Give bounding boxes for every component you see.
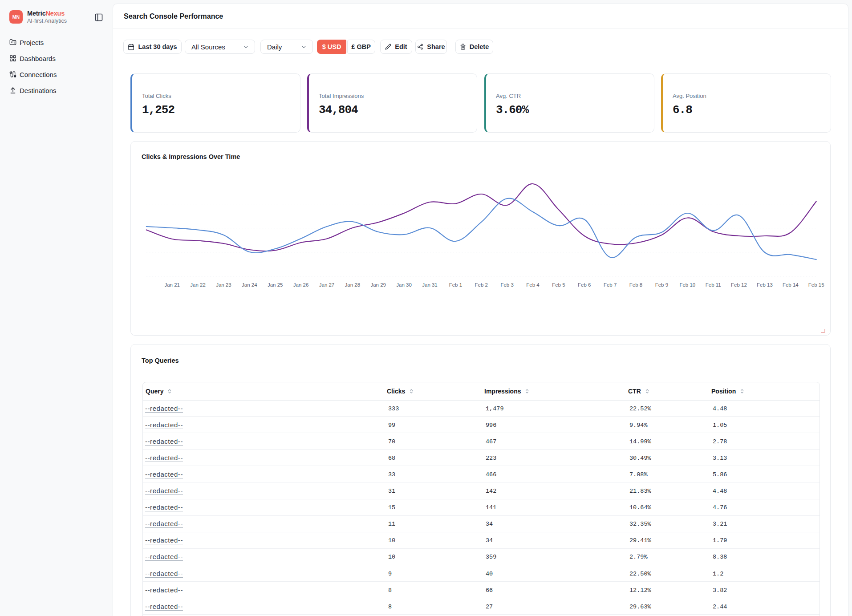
svg-text:Feb 4: Feb 4 xyxy=(526,282,540,288)
svg-text:Jan 28: Jan 28 xyxy=(345,282,361,288)
svg-text:Feb 6: Feb 6 xyxy=(578,282,591,288)
svg-text:Feb 2: Feb 2 xyxy=(475,282,487,288)
svg-text:Jan 29: Jan 29 xyxy=(370,282,386,288)
svg-text:Feb 10: Feb 10 xyxy=(679,282,695,288)
svg-text:Feb 13: Feb 13 xyxy=(757,282,773,288)
svg-text:Jan 23: Jan 23 xyxy=(216,282,231,288)
svg-text:Jan 24: Jan 24 xyxy=(242,282,257,288)
svg-text:Feb 14: Feb 14 xyxy=(783,282,799,288)
svg-text:Feb 11: Feb 11 xyxy=(706,282,721,288)
svg-text:Jan 30: Jan 30 xyxy=(396,282,412,288)
svg-text:Jan 31: Jan 31 xyxy=(422,282,438,288)
svg-text:Jan 27: Jan 27 xyxy=(319,282,335,288)
svg-text:Jan 26: Jan 26 xyxy=(293,282,309,288)
svg-text:Feb 7: Feb 7 xyxy=(604,282,617,288)
svg-text:Feb 9: Feb 9 xyxy=(655,282,668,288)
svg-text:Jan 21: Jan 21 xyxy=(164,282,180,288)
svg-text:Feb 3: Feb 3 xyxy=(500,282,513,288)
svg-text:Jan 25: Jan 25 xyxy=(268,282,283,288)
svg-text:Feb 12: Feb 12 xyxy=(731,282,747,288)
svg-text:Feb 8: Feb 8 xyxy=(629,282,642,288)
svg-text:Feb 5: Feb 5 xyxy=(552,282,565,288)
svg-text:Feb 15: Feb 15 xyxy=(808,282,824,288)
svg-text:Jan 22: Jan 22 xyxy=(190,282,206,288)
svg-text:Feb 1: Feb 1 xyxy=(449,282,462,288)
